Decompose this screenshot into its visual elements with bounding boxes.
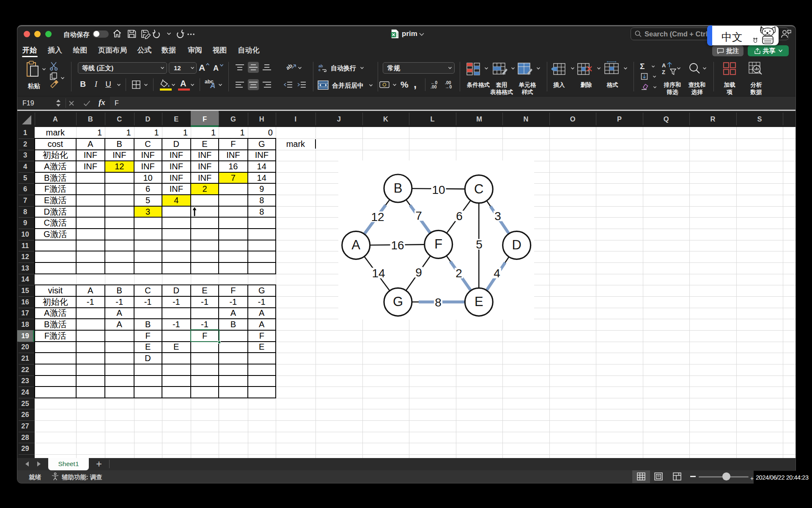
svg-text:D: D (512, 237, 521, 252)
svg-text:A: A (351, 237, 360, 252)
svg-text:7: 7 (415, 209, 422, 222)
svg-text:9: 9 (415, 266, 422, 279)
svg-text:Z: Z (662, 69, 665, 75)
svg-text:C: C (474, 182, 483, 196)
svg-text:F: F (434, 237, 442, 251)
svg-text:8: 8 (435, 296, 442, 309)
svg-text:c: c (318, 68, 321, 72)
svg-text:A: A (662, 62, 666, 69)
svg-text:4: 4 (494, 267, 500, 280)
svg-text:2: 2 (455, 267, 462, 280)
svg-text:3: 3 (494, 210, 501, 223)
svg-text:G: G (393, 294, 403, 309)
svg-text:E: E (475, 294, 483, 309)
svg-text:6: 6 (456, 210, 463, 223)
svg-text:14: 14 (372, 267, 385, 280)
svg-text:B: B (394, 181, 403, 196)
svg-text:10: 10 (432, 183, 445, 196)
svg-text:16: 16 (391, 239, 404, 252)
svg-text:5: 5 (476, 238, 483, 251)
svg-text:12: 12 (371, 210, 384, 224)
